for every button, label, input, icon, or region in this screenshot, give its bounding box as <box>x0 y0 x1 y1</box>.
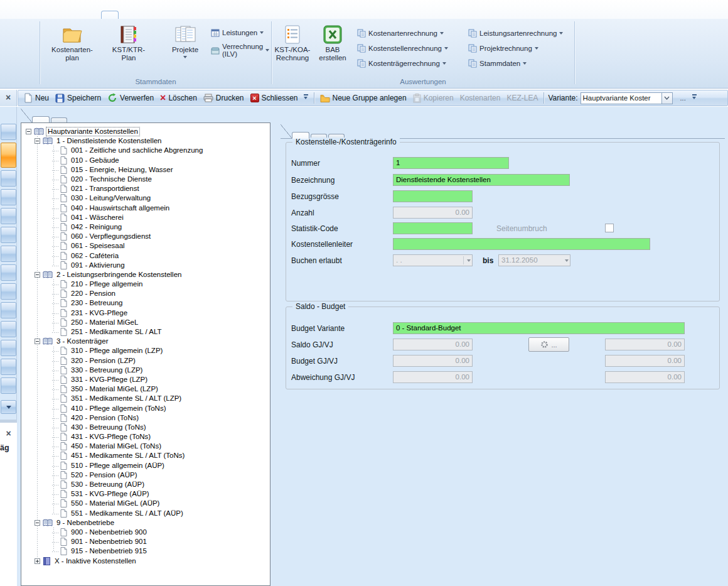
tree-item-label[interactable]: 042 - Reinigung <box>70 223 123 231</box>
ribbon-small-button[interactable]: Verrechnung (ILV) <box>208 41 272 59</box>
tree-item[interactable]: 060 - Verpflegungsdienst <box>21 232 270 241</box>
dropdown-caret-icon[interactable] <box>565 259 569 262</box>
toolbar-button[interactable]: × Schliessen <box>247 92 301 104</box>
tree-item-label[interactable]: 210 - Pflege allgemein <box>70 280 144 288</box>
menu-tab[interactable] <box>77 11 95 19</box>
tree-item[interactable]: X - Inaktive Kostenstellen <box>21 556 270 565</box>
gear-options-button[interactable]: ... <box>528 337 569 352</box>
tree-item-label[interactable]: 230 - Betreuung <box>70 299 124 307</box>
toolbar-button[interactable]: Drucken <box>200 92 247 104</box>
collapse-icon[interactable] <box>35 520 40 526</box>
tree-item-label[interactable]: 531 - KVG-Pflege (AÜP) <box>70 490 151 498</box>
ribbon-dropdown-button[interactable]: Kostenartenrechnung <box>355 28 462 38</box>
dock-strip-button[interactable] <box>1 340 16 356</box>
tree-item-label[interactable]: 060 - Verpflegungsdienst <box>70 232 152 241</box>
tree-item-label[interactable]: 3 - Kostenträger <box>55 337 109 345</box>
tree-item[interactable]: 230 - Betreuung <box>21 298 270 308</box>
tree-item-label[interactable]: 330 - Betreuung (LZP) <box>70 366 144 374</box>
toolbar-button[interactable]: Kopieren <box>410 92 457 104</box>
tree-item[interactable]: 210 - Pflege allgemein <box>21 279 270 289</box>
tree-view-tab[interactable] <box>32 116 50 122</box>
tree-item-label[interactable]: 901 - Nebenbetrieb 901 <box>70 538 148 546</box>
tree-item-label[interactable]: 2 - Leistungserbringende Kostenstellen <box>55 271 183 279</box>
ribbon-dropdown-button[interactable]: Leistungsartenrechnung <box>466 28 574 38</box>
dropdown-caret-icon[interactable] <box>467 259 471 262</box>
ribbon-big-button[interactable]: Projekte <box>167 22 203 73</box>
dock-strip-button[interactable] <box>1 321 16 337</box>
tree-item[interactable]: 350 - Material MiGeL (LZP) <box>21 384 270 394</box>
tree-item-label[interactable]: 040 - Hauswirtschaft allgemein <box>70 204 171 212</box>
expand-icon[interactable] <box>35 558 40 564</box>
toolbar-button[interactable]: Neue Gruppe anlegen <box>317 92 410 104</box>
menu-tab[interactable] <box>149 11 166 19</box>
tree-item[interactable]: 451 - Medikamente SL / ALT (ToNs) <box>21 451 270 460</box>
tree-item[interactable]: 021 - Transportdienst <box>21 184 270 193</box>
tree-item[interactable]: 251 - Medikamente SL / ALT <box>21 327 270 337</box>
variante-more-button[interactable]: ... <box>677 93 690 103</box>
bezeichnung-input[interactable]: Dienstleistende Kostenstellen <box>393 174 570 186</box>
cost-center-tree[interactable]: Hauptvariante Kostenstellen 1 - Dienstle… <box>21 122 270 586</box>
nummer-input[interactable]: 1 <box>393 157 509 169</box>
dock-strip-button[interactable] <box>1 143 16 168</box>
tree-item-label[interactable]: 091 - Aktivierung <box>70 261 126 269</box>
dock-strip-button[interactable] <box>1 264 16 281</box>
tree-item[interactable]: 331 - KVG-Pflege (LZP) <box>21 375 270 384</box>
tree-item-label[interactable]: 1 - Dienstleistende Kostenstellen <box>55 137 163 145</box>
tree-item[interactable]: 431 - KVG-Pflege (ToNs) <box>21 432 270 442</box>
tree-item-label[interactable]: 410 - Pflege allgemein (ToNs) <box>70 404 168 413</box>
dock-strip-button[interactable] <box>1 377 16 394</box>
ribbon-cutoff-button[interactable] <box>0 58 40 75</box>
tree-item-label[interactable]: 220 - Pension <box>70 290 117 298</box>
tree-item-label[interactable]: X - Inaktive Kostenstellen <box>53 557 137 565</box>
tree-item[interactable]: 030 - Leitung/Verwaltung <box>21 193 270 203</box>
tree-item[interactable]: 550 - Material MiGeL (AÜP) <box>21 499 270 508</box>
tree-item[interactable]: 020 - Technische Dienste <box>21 175 270 184</box>
menu-tab[interactable] <box>6 11 23 19</box>
menu-tab[interactable] <box>101 11 119 19</box>
dock-strip-dropdown-button[interactable] <box>1 400 16 414</box>
tree-item[interactable]: 2 - Leistungserbringende Kostenstellen <box>21 270 270 279</box>
tree-item[interactable]: 901 - Nebenbetrieb 901 <box>21 537 270 546</box>
toolbar-button[interactable]: Verwerfen <box>104 92 157 104</box>
ribbon-dropdown-button[interactable]: Kostenträgerrechnung <box>355 58 462 68</box>
tree-item[interactable]: 010 - Gebäude <box>21 156 270 165</box>
toolbar-button[interactable]: Neu <box>21 92 52 104</box>
tree-item[interactable]: 9 - Nebenbetriebe <box>21 518 270 528</box>
toolbar-button[interactable]: × Löschen <box>157 92 200 104</box>
statistik-code-input[interactable] <box>393 222 473 234</box>
tree-item-label[interactable]: 320 - Pension (LZP) <box>70 357 137 365</box>
tree-item-label[interactable]: 041 - Wäscherei <box>70 214 125 222</box>
tree-item-label[interactable]: 530 - Betreuung (AÜP) <box>70 480 146 489</box>
tree-item-label[interactable]: 510 - Pflege allgemein (AÜP) <box>70 462 166 470</box>
buchen-bis-combobox[interactable]: 31.12.2050 <box>498 254 570 266</box>
ribbon-dropdown-button[interactable]: Kostenstellenrechnung <box>355 43 462 53</box>
menu-tab[interactable] <box>292 11 309 19</box>
tree-item-label[interactable]: 310 - Pflege allgemein (LZP) <box>70 347 164 355</box>
tree-item-label[interactable]: 431 - KVG-Pflege (ToNs) <box>70 433 152 441</box>
tree-item[interactable]: 042 - Reinigung <box>21 222 270 232</box>
tree-item[interactable]: 531 - KVG-Pflege (AÜP) <box>21 489 270 499</box>
ribbon-big-button[interactable]: KST/KTR- Plan <box>110 22 147 73</box>
toolbar-overflow-icon[interactable] <box>691 92 699 104</box>
tree-item[interactable]: Hauptvariante Kostenstellen <box>21 127 270 136</box>
tree-item-label[interactable]: 251 - Medikamente SL / ALT <box>70 328 163 336</box>
buchen-von-combobox[interactable]: . . <box>393 254 473 266</box>
dock-strip-button[interactable] <box>1 283 16 300</box>
tree-item-label[interactable]: 015 - Energie, Heizung, Wasser <box>70 166 174 174</box>
tree-item[interactable]: 001 - Zeitliche und sachliche Abgrenzung <box>21 146 270 155</box>
tree-item-label[interactable]: 420 - Pension (ToNs) <box>70 414 140 422</box>
close-icon[interactable]: × <box>0 90 16 105</box>
menu-tab[interactable] <box>220 11 238 19</box>
menu-tab[interactable] <box>125 11 142 19</box>
tree-item[interactable]: 062 - Caféteria <box>21 251 270 260</box>
kostenstellenleiter-input[interactable] <box>393 238 650 250</box>
menu-tab[interactable] <box>53 11 71 19</box>
ribbon-dropdown-button[interactable]: Projektrechnung <box>466 43 574 53</box>
ribbon-small-button[interactable]: Leistungen <box>208 27 272 38</box>
tree-item-label[interactable]: 250 - Material MiGeL <box>70 318 139 327</box>
dock-strip-button[interactable] <box>1 227 16 243</box>
toolbar-overflow-icon[interactable] <box>302 92 310 104</box>
tree-item[interactable]: 915 - Nebenbetrieb 915 <box>21 546 270 556</box>
tree-item-label[interactable]: 550 - Material MiGeL (AÜP) <box>70 499 161 507</box>
dock-strip-button[interactable] <box>1 302 16 318</box>
